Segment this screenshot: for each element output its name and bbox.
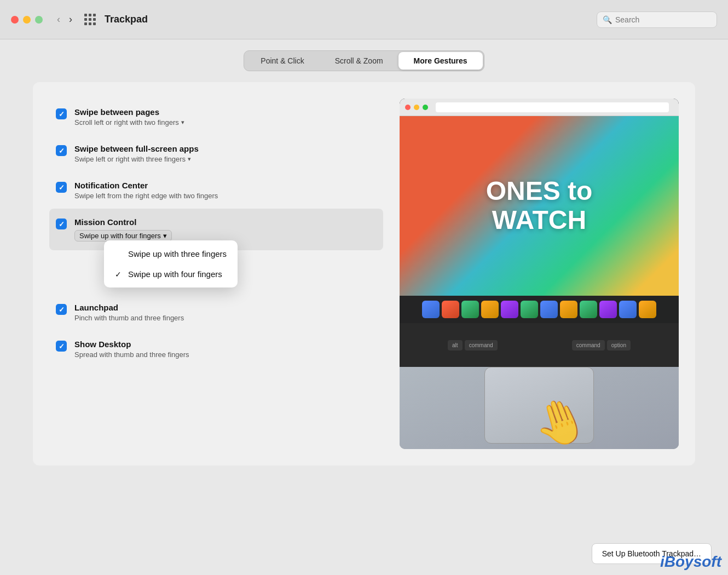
checkmark-four-fingers: ✓ [115, 270, 124, 279]
key-alt-right: option [607, 340, 631, 350]
checkbox-show-desktop[interactable] [56, 341, 67, 352]
dock-icon-8 [560, 301, 577, 318]
setting-title-launchpad: Launchpad [74, 303, 184, 312]
dropdown-option-four-fingers[interactable]: ✓ Swipe up with four fingers [104, 264, 238, 284]
screen-area: ONES to WATCH [400, 99, 679, 296]
checkbox-mission-control[interactable] [56, 219, 67, 229]
tab-container: Point & Click Scroll & Zoom More Gesture… [244, 50, 484, 71]
nav-arrows: ‹ › [54, 13, 76, 26]
setting-sub-launchpad: Pinch with thumb and three fingers [74, 314, 184, 322]
dock-icon-7 [540, 301, 558, 318]
page-title: Trackpad [105, 14, 148, 25]
dock-icon-6 [521, 301, 538, 318]
checkbox-swipe-between-pages[interactable] [56, 108, 67, 119]
preview-area: ONES to WATCH [400, 99, 679, 449]
key-alt-left: alt [448, 340, 463, 350]
tab-scroll-zoom[interactable]: Scroll & Zoom [320, 52, 398, 70]
setting-notification-center: Notification Center Swipe left from the … [49, 172, 383, 209]
browser-minimize-dot [414, 105, 419, 110]
maximize-button[interactable] [35, 16, 43, 24]
browser-chrome [400, 99, 679, 116]
setting-sub-show-desktop: Spread with thumb and three fingers [74, 350, 189, 359]
setting-mission-control: Mission Control Swipe up with four finge… [49, 209, 383, 250]
browser-close-dot [405, 105, 411, 110]
mission-control-dropdown-button[interactable]: Swipe up with four fingers ▾ [74, 230, 172, 242]
mission-control-dropdown-popup: Swipe up with three fingers ✓ Swipe up w… [104, 240, 238, 288]
browser-content: ONES to WATCH [400, 116, 679, 296]
setting-show-desktop: Show Desktop Spread with thumb and three… [49, 331, 383, 367]
laptop-preview: ONES to WATCH [400, 99, 679, 449]
settings-list: Swipe between pages Scroll left or right… [49, 99, 383, 449]
setting-text-swipe-pages: Swipe between pages Scroll left or right… [74, 107, 184, 127]
window-controls [11, 16, 43, 24]
dropdown-arrow-icon: ▾ [181, 119, 184, 126]
dock-icon-3 [461, 301, 479, 318]
content-panel: Swipe between pages Scroll left or right… [33, 82, 695, 465]
key-command-right: command [572, 340, 605, 350]
key-group-right: command option [572, 340, 631, 350]
setting-title-swipe-fullscreen: Swipe between full-screen apps [74, 144, 199, 153]
checkbox-launchpad[interactable] [56, 304, 67, 315]
dock-icon-9 [580, 301, 597, 318]
tab-point-click[interactable]: Point & Click [245, 52, 319, 70]
search-bar[interactable]: 🔍 [597, 12, 717, 28]
trackpad: 🤚 [484, 367, 594, 444]
setting-sub-swipe-fullscreen: Swipe left or right with three fingers ▾ [74, 155, 199, 163]
setting-title-notification: Notification Center [74, 181, 218, 190]
minimize-button[interactable] [23, 16, 31, 24]
setting-title-swipe-pages: Swipe between pages [74, 107, 184, 117]
search-icon: 🔍 [603, 15, 612, 24]
setting-title-show-desktop: Show Desktop [74, 340, 189, 349]
setting-text-launchpad: Launchpad Pinch with thumb and three fin… [74, 303, 184, 322]
tab-more-gestures[interactable]: More Gestures [398, 52, 483, 70]
dock-icon-10 [599, 301, 617, 318]
dropdown-arrow-fullscreen-icon: ▾ [188, 156, 191, 163]
key-group-left: alt command [448, 340, 498, 350]
forward-button[interactable]: › [66, 13, 76, 26]
dock-icon-4 [481, 301, 499, 318]
close-button[interactable] [11, 16, 19, 24]
browser-maximize-dot [423, 105, 428, 110]
titlebar: ‹ › Trackpad 🔍 [0, 0, 728, 39]
checkmark-three-fingers [115, 250, 124, 258]
main-content: Point & Click Scroll & Zoom More Gesture… [0, 39, 728, 476]
dropdown-option-three-fingers[interactable]: Swipe up with three fingers [104, 244, 238, 264]
search-input[interactable] [615, 15, 711, 24]
setting-text-mission-control: Mission Control Swipe up with four finge… [74, 217, 172, 242]
setting-swipe-fullscreen: Swipe between full-screen apps Swipe lef… [49, 135, 383, 172]
setting-text-swipe-fullscreen: Swipe between full-screen apps Swipe lef… [74, 144, 199, 163]
dock-icon-1 [422, 301, 440, 318]
dock-icon-12 [639, 301, 656, 318]
hand-fingers-icon: 🤚 [526, 389, 595, 449]
tab-bar: Point & Click Scroll & Zoom More Gesture… [33, 50, 695, 71]
keyboard-area: alt command command option [400, 323, 679, 367]
dock-icon-11 [619, 301, 637, 318]
setting-sub-swipe-pages: Scroll left or right with two fingers ▾ [74, 118, 184, 127]
browser-url-bar [436, 102, 669, 112]
key-command-left: command [465, 340, 498, 350]
setting-text-notification: Notification Center Swipe left from the … [74, 181, 218, 200]
checkbox-swipe-fullscreen[interactable] [56, 145, 67, 156]
checkbox-notification-center[interactable] [56, 182, 67, 193]
browser-headline: ONES to WATCH [486, 177, 593, 235]
setting-launchpad: Launchpad Pinch with thumb and three fin… [49, 294, 383, 331]
dropdown-chevron-icon: ▾ [163, 232, 167, 240]
setting-title-mission-control: Mission Control [74, 217, 172, 227]
dock-icon-2 [442, 301, 459, 318]
dock-icon-5 [501, 301, 518, 318]
trackpad-area: 🤚 [400, 367, 679, 449]
setting-swipe-between-pages: Swipe between pages Scroll left or right… [49, 99, 383, 135]
setting-sub-notification: Swipe left from the right edge with two … [74, 192, 218, 200]
grid-icon[interactable] [84, 14, 96, 25]
setting-text-show-desktop: Show Desktop Spread with thumb and three… [74, 340, 189, 359]
back-button[interactable]: ‹ [54, 13, 63, 26]
dock-area [400, 296, 679, 323]
watermark: iBoysoft [654, 549, 728, 575]
